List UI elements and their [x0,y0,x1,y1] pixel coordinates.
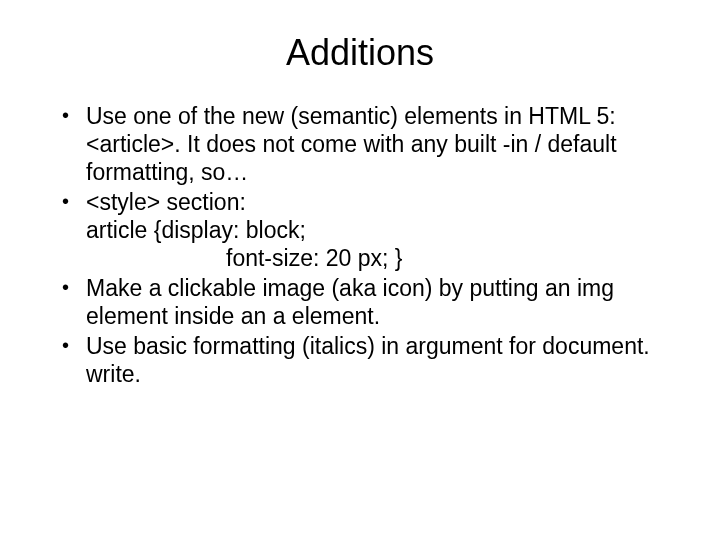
bullet-text: <style> section: [86,188,672,216]
bullet-item: Use basic formatting (italics) in argume… [56,332,672,388]
bullet-text: Use one of the new (semantic) elements i… [86,103,617,185]
bullet-list: Use one of the new (semantic) elements i… [56,102,672,388]
slide-title: Additions [48,32,672,74]
bullet-text: article {display: block; [86,216,672,244]
bullet-item: Make a clickable image (aka icon) by put… [56,274,672,330]
slide: Additions Use one of the new (semantic) … [0,0,720,540]
bullet-text: Use basic formatting (italics) in argume… [86,333,650,387]
bullet-item: Use one of the new (semantic) elements i… [56,102,672,186]
bullet-text: font-size: 20 px; } [86,244,672,272]
bullet-item: <style> section: article {display: block… [56,188,672,272]
bullet-text: Make a clickable image (aka icon) by put… [86,275,614,329]
